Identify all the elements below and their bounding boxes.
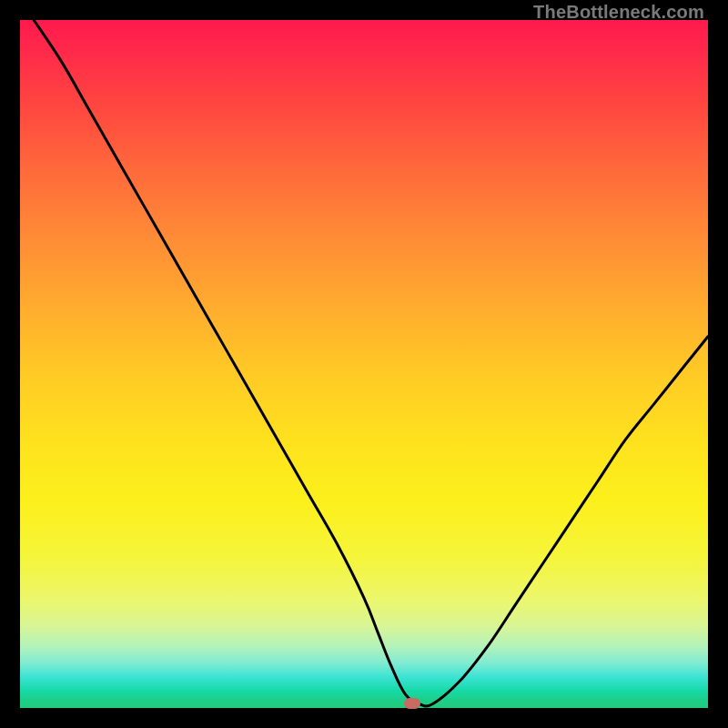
bottleneck-curve: [20, 20, 708, 708]
minimum-marker: [404, 698, 420, 709]
curve-path: [34, 20, 708, 706]
watermark-text: TheBottleneck.com: [533, 2, 704, 23]
chart-container: TheBottleneck.com: [0, 0, 728, 728]
plot-area: [20, 20, 708, 708]
